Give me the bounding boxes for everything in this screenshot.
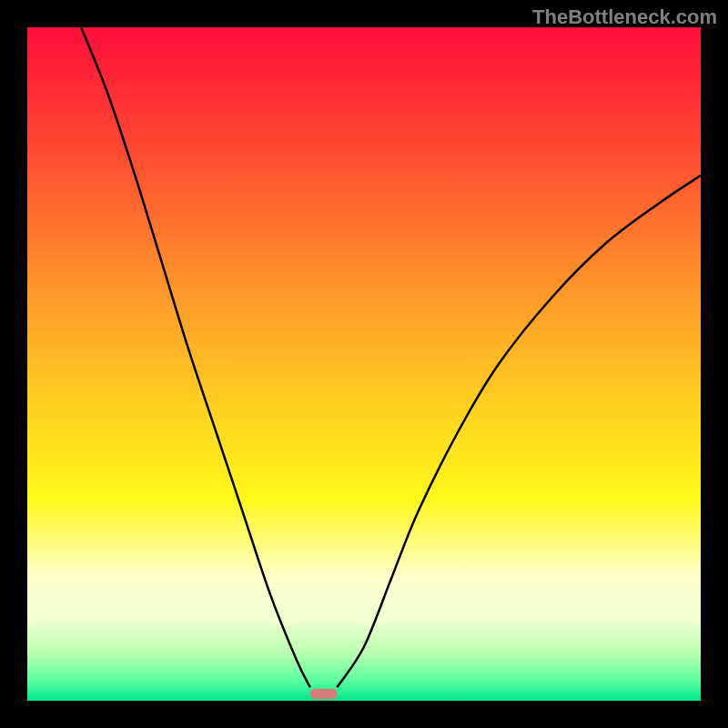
watermark-text: TheBottleneck.com (532, 5, 717, 29)
bottleneck-chart (27, 27, 701, 701)
chart-svg (27, 27, 701, 701)
gradient-background (27, 27, 701, 701)
optimum-marker (310, 689, 338, 699)
